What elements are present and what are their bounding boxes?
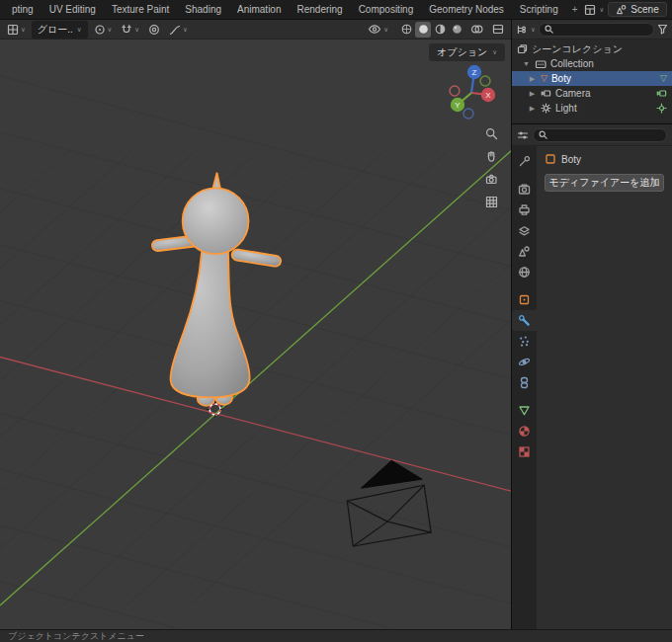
chevron-down-icon: ∨ — [492, 48, 497, 56]
workspace-tab-geometry-nodes[interactable]: Geometry Nodes — [421, 0, 512, 19]
outliner-search[interactable] — [539, 23, 654, 37]
disclosure-closed-icon[interactable]: ▶ — [528, 105, 537, 113]
outliner-search-input[interactable] — [556, 25, 648, 35]
properties-search-input[interactable] — [550, 130, 661, 140]
outliner-row-collection[interactable]: ▼ Collection — [512, 56, 672, 71]
chevron-down-icon: ∨ — [108, 26, 113, 34]
scene-selector[interactable]: Scene — [608, 2, 666, 17]
disclosure-open-icon[interactable]: ▼ — [522, 60, 531, 67]
toggle-ortho-button[interactable] — [482, 193, 500, 210]
viewport-header: ∨ グロー.. ∨ ∨ ∨ — [0, 20, 511, 40]
outliner-item-label: Camera — [555, 88, 652, 99]
workspace-tab-rendering[interactable]: Rendering — [289, 0, 350, 19]
properties-search[interactable] — [533, 128, 667, 142]
status-bar: ブジェクトコンテクストメニュー — [0, 629, 672, 642]
properties-tab-modifiers[interactable] — [512, 310, 537, 331]
mesh-data-icon: ▽ — [660, 74, 667, 83]
overlays-button[interactable] — [467, 22, 486, 37]
workspace-tab-texture-paint[interactable]: Texture Paint — [104, 0, 177, 19]
outliner-editor-icon[interactable] — [516, 24, 528, 36]
camera-object[interactable] — [347, 460, 431, 546]
blender-window: pting UV Editing Texture Paint Shading A… — [0, 0, 672, 642]
material-preview-button[interactable] — [432, 22, 448, 38]
add-workspace-button[interactable]: + — [566, 0, 584, 19]
properties-tab-render[interactable] — [512, 179, 537, 200]
properties-tab-constraints[interactable] — [512, 372, 537, 393]
chevron-down-icon: ∨ — [383, 26, 388, 34]
viewport-header-right: ∨ — [365, 22, 507, 38]
chevron-down-icon: ∨ — [134, 26, 139, 34]
shading-mode-group — [398, 22, 464, 38]
viewport-3d[interactable]: オプション ∨ Z X Y — [0, 40, 511, 629]
properties-tab-texture[interactable] — [512, 441, 537, 462]
object-icon — [545, 153, 556, 165]
search-icon — [539, 130, 547, 139]
light-data-icon — [656, 103, 667, 114]
navigation-gizmo[interactable]: Z X Y — [442, 63, 501, 122]
workspace-tab-animation[interactable]: Animation — [229, 0, 289, 19]
disclosure-closed-icon[interactable]: ▶ — [528, 90, 537, 98]
collection-icon — [535, 59, 546, 69]
workspace-tab-compositing[interactable]: Compositing — [351, 0, 422, 19]
y-axis-line — [0, 151, 511, 605]
properties-tab-output[interactable] — [512, 200, 537, 220]
options-dropdown[interactable]: オプション ∨ — [429, 43, 505, 61]
properties-tab-object[interactable] — [512, 289, 537, 310]
xray-button[interactable] — [489, 22, 507, 37]
status-context-hint: ブジェクトコンテクストメニュー — [8, 630, 144, 642]
axis-x-label: X — [485, 91, 491, 100]
solid-shading-button[interactable] — [415, 22, 431, 38]
outliner-row-light[interactable]: ▶ Light — [512, 101, 672, 116]
axis-z-negative[interactable] — [463, 109, 473, 119]
camera-view-button[interactable] — [482, 170, 500, 188]
wireframe-shading-button[interactable] — [398, 22, 414, 38]
outliner-item-label: Boty — [551, 73, 656, 84]
add-modifier-button[interactable]: モディファイアーを追加 — [545, 174, 664, 192]
visibility-eye-button[interactable]: ∨ — [365, 22, 391, 37]
workspace-tab-shading[interactable]: Shading — [177, 0, 229, 19]
outliner-row-camera[interactable]: ▶ Camera — [512, 86, 672, 101]
properties-header — [512, 124, 672, 146]
falloff-button[interactable]: ∨ — [166, 22, 191, 38]
proportional-edit-button[interactable] — [145, 22, 163, 38]
pan-hand-button[interactable] — [482, 147, 500, 165]
transform-orientation-dropdown[interactable]: グロー.. ∨ — [32, 21, 88, 39]
pivot-point-button[interactable]: ∨ — [91, 22, 116, 38]
properties-tab-particles[interactable] — [512, 331, 537, 352]
world-axes — [0, 151, 511, 605]
mesh-object-icon: ▽ — [541, 74, 547, 83]
rendered-shading-button[interactable] — [449, 22, 464, 38]
outliner-row-boty[interactable]: ▶ ▽ Boty ▽ — [512, 71, 672, 86]
disclosure-closed-icon[interactable]: ▶ — [528, 75, 537, 83]
properties-tab-world[interactable] — [512, 262, 537, 282]
properties-tab-physics[interactable] — [512, 352, 537, 372]
x-axis-line — [0, 357, 511, 491]
properties-editor-icon[interactable] — [517, 129, 529, 141]
outliner-row-scene-collection[interactable]: シーンコレクション — [512, 41, 672, 56]
properties-tab-tool[interactable] — [512, 151, 537, 172]
chevron-down-icon: ∨ — [183, 26, 188, 34]
breadcrumb: Boty — [545, 153, 664, 165]
zoom-button[interactable] — [482, 124, 500, 142]
properties-panel: Boty モディファイアーを追加 — [512, 124, 672, 629]
floor-grid — [0, 76, 511, 629]
camera-data-icon — [656, 89, 667, 98]
properties-tab-view-layer[interactable] — [512, 220, 537, 241]
axis-y-label: Y — [455, 101, 461, 110]
editor-type-icon[interactable] — [584, 4, 596, 16]
chevron-down-icon: ∨ — [600, 6, 605, 14]
workspace-tab-sculpting[interactable]: pting — [4, 0, 42, 19]
axis-x-negative[interactable] — [450, 86, 460, 96]
viewport-editor-type-button[interactable]: ∨ — [4, 22, 29, 38]
properties-tab-object-data[interactable] — [512, 400, 537, 421]
workspace-tab-scripting[interactable]: Scripting — [512, 0, 566, 19]
properties-tab-material[interactable] — [512, 421, 537, 441]
properties-tab-scene[interactable] — [512, 241, 537, 262]
filter-icon[interactable] — [657, 24, 668, 35]
workspace-tab-uv-editing[interactable]: UV Editing — [42, 0, 104, 19]
chevron-down-icon: ∨ — [77, 26, 82, 34]
axis-y-negative[interactable] — [480, 76, 490, 86]
scene-area: ∨ Scene × — [584, 2, 672, 17]
snap-magnet-button[interactable]: ∨ — [118, 22, 142, 38]
outliner-panel: ∨ シーンコレクション — [512, 20, 672, 124]
